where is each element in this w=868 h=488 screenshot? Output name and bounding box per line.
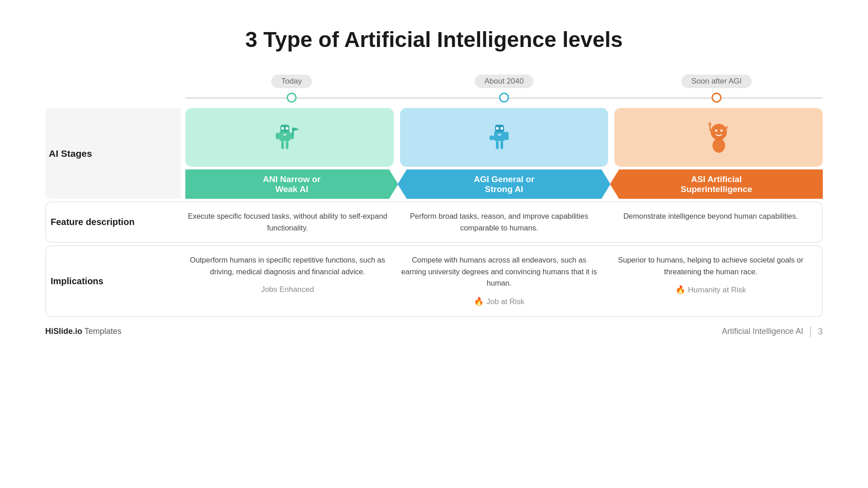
stage-icon-cards [185,108,823,167]
ani-feature-cell: Execute specific focused tasks, without … [182,211,393,234]
agi-feature-cell: Perform broad tasks, reason, and improve… [393,211,605,234]
arrow-labels-row: ANI Narrow orWeak AI AGI General orStron… [185,169,823,199]
agi-arrow-label: AGI General orStrong AI [398,169,611,199]
footer-right: Artificial Intelligence AI 3 [722,326,823,337]
label-soon-text: Soon after AGI [681,75,752,88]
svg-point-22 [715,129,717,131]
agi-robot-icon [486,118,522,157]
fire-icon-agi: 🔥 [474,296,484,308]
fire-icon-asi: 🔥 [675,284,685,296]
svg-point-6 [281,127,284,130]
timeline-labels-row: Today About 2040 Soon after AGI [185,75,823,88]
svg-point-18 [500,127,503,130]
svg-point-23 [720,129,722,131]
label-today-text: Today [271,75,311,88]
asi-human-icon [701,118,737,157]
svg-point-24 [726,126,728,129]
svg-marker-10 [294,127,299,131]
svg-rect-15 [500,141,503,149]
ani-icon-card [185,108,394,167]
ani-arrow-label: ANI Narrow orWeak AI [185,169,398,199]
ai-stages-content: ANI Narrow orWeak AI AGI General orStron… [185,108,823,199]
svg-point-17 [496,127,499,130]
ani-badge: Jobs Enhanced [261,284,314,296]
label-2040-text: About 2040 [475,75,534,88]
implications-cells: Outperform humans in specific repetitive… [182,254,816,308]
feature-cells: Execute specific focused tasks, without … [182,211,816,234]
page-title: 3 Type of Artificial Intelligence levels [45,27,823,52]
timeline-dots-row [185,90,823,105]
ani-robot-icon [271,118,307,157]
dot-asi [610,93,823,103]
asi-icon-card [614,108,823,167]
brand-name: HiSlide.io [45,327,82,336]
svg-point-7 [286,127,288,130]
agi-implications-cell: Compete with humans across all endeavors… [393,254,605,308]
svg-point-21 [712,138,725,153]
dot-asi-circle [712,93,722,103]
footer-divider [810,326,811,337]
svg-rect-12 [490,136,494,140]
asi-arrow-label: ASI ArtificialSuperintelligence [610,169,823,199]
feature-section: Feature description Execute specific foc… [45,202,823,243]
label-soon: Soon after AGI [610,75,823,88]
feature-row-label: Feature description [46,211,182,234]
dot-agi [398,93,610,103]
footer-brand: HiSlide.io Templates [45,327,122,336]
asi-implications-cell: Superior to humans, helping to achieve s… [605,254,816,308]
ani-implications-cell: Outperform humans in specific repetitive… [182,254,393,308]
asi-feature-cell: Demonstrate intelligence beyond human ca… [605,211,816,234]
svg-rect-9 [292,127,294,136]
dot-agi-circle [499,93,509,103]
page-number: 3 [818,326,823,337]
dot-ani-circle [287,93,297,103]
label-today: Today [185,75,398,88]
svg-rect-3 [281,141,284,149]
svg-rect-19 [498,134,501,136]
svg-rect-8 [283,134,287,136]
svg-point-20 [711,124,727,140]
svg-rect-1 [276,133,279,139]
implications-section: Implications Outperform humans in specif… [45,245,823,317]
footer: HiSlide.io Templates Artificial Intellig… [45,317,823,339]
ai-stages-section: AI Stages [45,108,823,199]
svg-rect-14 [496,141,499,149]
footer-right-text: Artificial Intelligence AI [722,327,803,336]
agi-icon-card [400,108,609,167]
svg-rect-0 [279,131,290,141]
label-2040: About 2040 [398,75,610,88]
agi-badge: 🔥 Job at Risk [474,296,524,308]
asi-badge: 🔥 Humanity at Risk [675,284,746,296]
svg-rect-11 [494,131,505,141]
implications-row-label: Implications [46,254,182,308]
dot-ani [185,93,398,103]
ai-stages-label: AI Stages [45,108,181,199]
brand-suffix: Templates [82,327,122,336]
svg-rect-13 [505,132,509,140]
svg-rect-4 [286,141,288,149]
slide: 3 Type of Artificial Intelligence levels… [0,0,868,488]
